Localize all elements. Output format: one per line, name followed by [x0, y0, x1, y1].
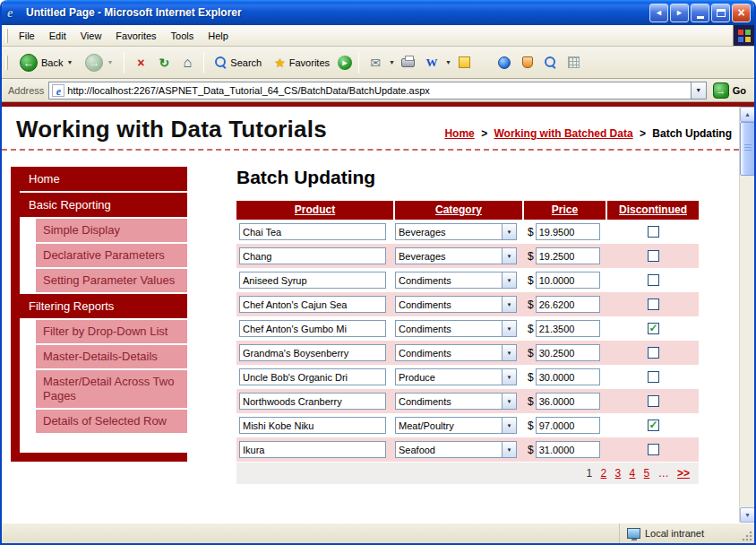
- mail-button[interactable]: ✉: [365, 53, 385, 73]
- resize-grip[interactable]: [742, 531, 752, 541]
- discontinued-checkbox[interactable]: [648, 226, 659, 238]
- chevron-down-icon[interactable]: ▼: [502, 442, 516, 457]
- discuss-button[interactable]: [455, 53, 475, 73]
- chevron-down-icon[interactable]: ▼: [502, 321, 516, 336]
- category-select[interactable]: Seafood▼: [395, 441, 517, 458]
- menu-view[interactable]: View: [73, 27, 109, 45]
- product-input[interactable]: [239, 417, 386, 434]
- research-button[interactable]: [518, 53, 537, 73]
- discontinued-checkbox[interactable]: [648, 347, 659, 359]
- minimize-button[interactable]: [691, 4, 709, 22]
- price-input[interactable]: [536, 223, 600, 240]
- discontinued-checkbox[interactable]: [648, 250, 659, 262]
- price-input[interactable]: [536, 441, 600, 458]
- refresh-button[interactable]: ↻: [154, 53, 174, 73]
- go-button[interactable]: → Go: [711, 82, 752, 99]
- price-input[interactable]: [536, 393, 600, 410]
- discontinued-checkbox[interactable]: [648, 371, 659, 383]
- messenger-button[interactable]: [494, 53, 514, 73]
- price-input[interactable]: [536, 368, 600, 385]
- category-select[interactable]: Condiments▼: [395, 344, 517, 361]
- category-select[interactable]: Beverages▼: [395, 247, 517, 264]
- search-button[interactable]: Search: [210, 54, 266, 71]
- scroll-up-button[interactable]: ▲: [740, 107, 755, 122]
- scrollbar-thumb[interactable]: [740, 122, 755, 176]
- discontinued-checkbox[interactable]: [648, 323, 659, 334]
- edit-dropdown-icon[interactable]: ▼: [445, 59, 451, 65]
- toolbar-grip[interactable]: [5, 56, 8, 70]
- discontinued-checkbox[interactable]: [648, 420, 659, 431]
- sidebar-item-details-of-selected-row[interactable]: Details of Selected Row: [36, 410, 187, 433]
- chevron-down-icon[interactable]: ▼: [502, 369, 516, 385]
- tiles-button[interactable]: [564, 53, 584, 73]
- product-input[interactable]: [239, 344, 386, 361]
- titlebar-right-arrow-icon[interactable]: ►: [670, 4, 689, 22]
- column-header-category[interactable]: Category: [395, 201, 524, 220]
- discontinued-checkbox[interactable]: [648, 298, 659, 310]
- column-header-product[interactable]: Product: [236, 201, 395, 220]
- favorites-button[interactable]: ★ Favorites: [270, 53, 334, 73]
- pager-ellipsis[interactable]: …: [658, 467, 669, 480]
- title-bar[interactable]: e Untitled Page - Microsoft Internet Exp…: [2, 0, 754, 25]
- sidebar-item-setting-parameter-values[interactable]: Setting Parameter Values: [36, 269, 187, 292]
- column-header-discontinued[interactable]: Discontinued: [607, 201, 699, 220]
- chevron-down-icon[interactable]: ▼: [502, 394, 516, 409]
- product-input[interactable]: [239, 247, 386, 264]
- toolbar-grip[interactable]: [5, 29, 8, 43]
- category-select[interactable]: Condiments▼: [395, 296, 517, 313]
- price-input[interactable]: [536, 320, 600, 337]
- pager-next-link[interactable]: >>: [677, 467, 690, 480]
- titlebar-left-arrow-icon[interactable]: ◄: [649, 4, 668, 22]
- sidebar-item-home[interactable]: Home: [11, 167, 187, 191]
- back-button[interactable]: ← Back ▼: [15, 51, 77, 74]
- sidebar-item-basic-reporting[interactable]: Basic Reporting: [11, 193, 187, 217]
- category-select[interactable]: Produce▼: [395, 368, 517, 385]
- menu-tools[interactable]: Tools: [164, 27, 202, 45]
- pager-page-link[interactable]: 2: [601, 467, 607, 480]
- address-dropdown-icon[interactable]: ▼: [691, 82, 706, 99]
- discontinued-checkbox[interactable]: [648, 395, 659, 407]
- breadcrumb-home-link[interactable]: Home: [444, 127, 474, 140]
- edit-with-word-button[interactable]: W: [422, 53, 442, 73]
- sidebar-item-declarative-parameters[interactable]: Declarative Parameters: [36, 244, 187, 267]
- chevron-down-icon[interactable]: ▼: [502, 272, 516, 288]
- product-input[interactable]: [239, 320, 386, 337]
- close-button[interactable]: ×: [732, 4, 751, 22]
- back-dropdown-icon[interactable]: ▼: [66, 59, 73, 65]
- home-button[interactable]: ⌂: [177, 53, 197, 73]
- product-input[interactable]: [239, 296, 386, 313]
- menu-file[interactable]: File: [12, 27, 42, 45]
- price-input[interactable]: [536, 272, 600, 289]
- mail-dropdown-icon[interactable]: ▼: [389, 59, 395, 65]
- category-select[interactable]: Beverages▼: [395, 223, 517, 240]
- pager-page-link[interactable]: 3: [615, 467, 622, 480]
- price-input[interactable]: [536, 344, 600, 361]
- print-button[interactable]: [399, 53, 418, 73]
- discontinued-checkbox[interactable]: [648, 444, 659, 455]
- chevron-down-icon[interactable]: ▼: [502, 248, 516, 264]
- price-input[interactable]: [536, 417, 600, 434]
- sidebar-item-filtering-reports[interactable]: Filtering Reports: [11, 294, 187, 318]
- menu-favorites[interactable]: Favorites: [108, 27, 163, 45]
- category-select[interactable]: Condiments▼: [395, 393, 517, 410]
- menu-help[interactable]: Help: [201, 27, 236, 45]
- product-input[interactable]: [239, 441, 386, 458]
- price-input[interactable]: [536, 247, 600, 264]
- product-input[interactable]: [239, 223, 386, 240]
- category-select[interactable]: Condiments▼: [395, 320, 517, 337]
- scroll-down-button[interactable]: ▼: [740, 507, 755, 523]
- product-input[interactable]: [239, 272, 386, 289]
- vertical-scrollbar[interactable]: ▲ ▼: [739, 107, 754, 523]
- address-input[interactable]: [67, 85, 690, 96]
- stop-button[interactable]: ×: [131, 53, 150, 73]
- product-input[interactable]: [239, 368, 386, 385]
- sidebar-item-simple-display[interactable]: Simple Display: [36, 219, 187, 242]
- category-select[interactable]: Meat/Poultry▼: [395, 417, 517, 434]
- find-button[interactable]: [541, 53, 561, 73]
- menu-edit[interactable]: Edit: [42, 27, 73, 45]
- chevron-down-icon[interactable]: ▼: [502, 297, 516, 312]
- media-button[interactable]: ►: [338, 56, 352, 70]
- breadcrumb-parent-link[interactable]: Working with Batched Data: [494, 127, 632, 140]
- pager-page-link[interactable]: 5: [644, 467, 650, 480]
- price-input[interactable]: [536, 296, 600, 313]
